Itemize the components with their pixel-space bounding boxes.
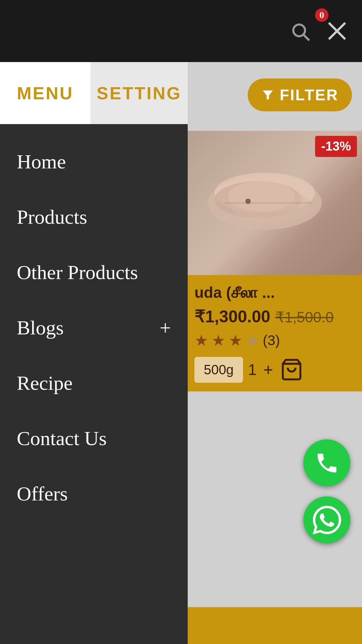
weight-button[interactable]: 500g bbox=[194, 357, 243, 383]
menu-item-recipe-label: Recipe bbox=[17, 372, 73, 395]
menu-item-home[interactable]: Home bbox=[0, 134, 188, 190]
setting-tab-label: SETTING bbox=[97, 83, 181, 103]
menu-item-offers[interactable]: Offers bbox=[0, 466, 188, 522]
discount-badge: -13% bbox=[315, 136, 357, 157]
fish-illustration bbox=[198, 153, 352, 253]
cart-icon bbox=[280, 358, 303, 381]
phone-fab-button[interactable] bbox=[303, 439, 350, 486]
filter-icon bbox=[261, 88, 275, 102]
header-bar: 0 bbox=[0, 0, 362, 62]
product-card: -13% uda (சீலா ... ₹1,300.00 ₹1,500.0 ★ … bbox=[188, 131, 362, 391]
product-info: uda (சீலா ... ₹1,300.00 ₹1,500.0 ★ ★ ★ ★… bbox=[188, 275, 362, 391]
add-to-cart-button[interactable] bbox=[278, 356, 305, 383]
menu-tab-label: MENU bbox=[17, 83, 73, 103]
menu-item-blogs[interactable]: Blogs + bbox=[0, 300, 188, 356]
product-price-new: ₹1,300.00 bbox=[194, 307, 270, 326]
menu-item-products[interactable]: Products bbox=[0, 190, 188, 245]
quantity-plus-button[interactable]: + bbox=[263, 360, 273, 379]
menu-item-recipe[interactable]: Recipe bbox=[0, 356, 188, 411]
filter-button-label: FILTER bbox=[280, 86, 339, 104]
tab-bar: MENU SETTING bbox=[0, 62, 188, 124]
menu-item-home-label: Home bbox=[17, 150, 66, 173]
cart-badge: 0 bbox=[315, 8, 328, 22]
menu-item-offers-label: Offers bbox=[17, 482, 68, 505]
expand-icon: + bbox=[160, 316, 171, 339]
bottom-bar bbox=[188, 607, 362, 644]
svg-point-9 bbox=[228, 181, 295, 211]
product-controls: 500g 1 + bbox=[194, 356, 355, 383]
setting-tab[interactable]: SETTING bbox=[90, 62, 188, 124]
whatsapp-icon bbox=[313, 506, 341, 534]
rating-count: (3) bbox=[263, 332, 280, 348]
product-rating: ★ ★ ★ ★ (3) bbox=[194, 331, 355, 350]
filter-area: FILTER bbox=[188, 62, 362, 127]
svg-marker-4 bbox=[263, 90, 273, 99]
menu-tab[interactable]: MENU bbox=[0, 62, 90, 124]
menu-item-products-label: Products bbox=[17, 206, 87, 229]
product-image: -13% bbox=[188, 131, 362, 275]
menu-item-contact-us-label: Contact Us bbox=[17, 427, 107, 450]
svg-point-0 bbox=[293, 24, 305, 36]
product-price-old: ₹1,500.0 bbox=[275, 309, 334, 325]
menu-item-contact-us[interactable]: Contact Us bbox=[0, 411, 188, 466]
quantity-value: 1 bbox=[248, 361, 257, 379]
star-1: ★ bbox=[194, 331, 208, 350]
search-icon bbox=[290, 21, 310, 41]
search-button[interactable] bbox=[288, 19, 312, 43]
close-icon bbox=[326, 20, 348, 42]
svg-point-11 bbox=[245, 199, 251, 204]
right-content: FILTER -13% uda (சீலா ... bbox=[188, 62, 362, 644]
menu-item-other-products[interactable]: Other Products bbox=[0, 245, 188, 300]
menu-item-other-products-label: Other Products bbox=[17, 261, 138, 284]
star-4: ★ bbox=[246, 331, 259, 350]
side-menu: Home Products Other Products Blogs + Rec… bbox=[0, 124, 188, 644]
whatsapp-fab-button[interactable] bbox=[303, 496, 350, 543]
close-button[interactable] bbox=[325, 19, 349, 43]
star-2: ★ bbox=[212, 331, 225, 350]
quantity-area: 1 + bbox=[248, 360, 273, 379]
product-name: uda (சீலா ... bbox=[194, 283, 355, 302]
filter-button[interactable]: FILTER bbox=[248, 78, 352, 111]
phone-icon bbox=[314, 450, 340, 476]
svg-line-1 bbox=[304, 35, 309, 40]
star-3: ★ bbox=[229, 331, 242, 350]
menu-item-blogs-label: Blogs bbox=[17, 316, 64, 339]
